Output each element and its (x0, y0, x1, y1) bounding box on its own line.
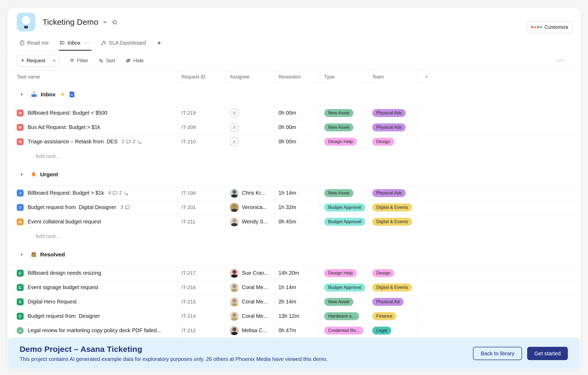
star-icon[interactable] (111, 19, 118, 26)
team-tag[interactable]: Legal (372, 327, 391, 335)
tab-inbox[interactable]: Inbox … (60, 35, 90, 50)
hide-button[interactable]: Hide (125, 58, 144, 64)
request-id-cell[interactable]: IT-209 (177, 120, 226, 134)
type-tag[interactable]: Budget Approval (324, 218, 365, 226)
resolution-cell[interactable]: 1h 32m (274, 200, 320, 214)
assignee-cell[interactable] (226, 135, 274, 149)
section-title-urgent[interactable]: Urgent (40, 171, 58, 178)
task-cell[interactable]: C Digital Hero Request (11, 295, 177, 309)
task-name[interactable]: Digital Hero Request (28, 299, 77, 305)
team-cell[interactable]: Finance (368, 309, 416, 323)
team-tag[interactable]: Digital & Events (372, 203, 412, 211)
task-cell[interactable]: C Event signage budget request (11, 280, 177, 294)
team-tag[interactable]: Digital & Events (372, 218, 412, 226)
assignee-cell[interactable]: Coral Me... (226, 280, 274, 294)
team-cell[interactable]: Design (368, 266, 416, 280)
column-header-assignee[interactable]: Assignee (226, 71, 274, 83)
tab-read-me[interactable]: Read me (19, 35, 49, 50)
sort-button[interactable]: Sort (98, 58, 115, 64)
request-id-cell[interactable]: IT-211 (177, 215, 226, 229)
request-id-cell[interactable]: IT-194 (177, 186, 226, 200)
team-tag[interactable]: Physical Ad (372, 298, 404, 306)
assignee-cell[interactable]: Wendy S... (226, 215, 274, 229)
request-id-cell[interactable]: IT-201 (177, 200, 226, 214)
team-tag[interactable]: Physical Ads (372, 109, 406, 117)
team-tag[interactable]: Design (372, 138, 394, 146)
type-cell[interactable]: Credential Re... (320, 323, 368, 338)
type-cell[interactable]: Design Help (320, 135, 368, 149)
team-cell[interactable]: Digital & Events (368, 215, 416, 229)
task-cell[interactable]: C Budget request from Designer (11, 309, 177, 323)
request-id-cell[interactable]: IT-214 (177, 309, 226, 323)
assignee-cell[interactable] (226, 106, 274, 120)
task-name[interactable]: Billboard Request: Budget < $500 (28, 110, 107, 116)
task-name[interactable]: Budget request from Designer (28, 313, 100, 319)
assignee-cell[interactable]: Coral Me... (226, 309, 274, 323)
request-dropdown-chevron-icon[interactable] (49, 59, 59, 62)
type-cell[interactable]: Budget Approval (320, 280, 368, 294)
resolution-cell[interactable]: 1h 14m (274, 186, 320, 200)
project-lightbulb-icon[interactable] (17, 13, 35, 31)
team-cell[interactable]: Physical Ads (368, 186, 416, 200)
task-cell[interactable]: I Budget request from Digital Designer 3 (11, 200, 177, 214)
column-header-request-id[interactable]: Request ID (177, 71, 226, 83)
task-name[interactable]: Billboard design needs resizing (28, 270, 101, 276)
assignee-cell[interactable]: Chris Kr... (226, 186, 274, 200)
section-title-resolved[interactable]: Resolved (40, 251, 65, 258)
team-cell[interactable]: Physical Ads (368, 120, 416, 134)
add-task-button[interactable]: Add task... (11, 149, 581, 163)
request-id-cell[interactable]: IT-212 (177, 323, 226, 338)
assignee-cell[interactable]: Melisa C... (226, 323, 274, 338)
completed-check-icon[interactable] (17, 327, 24, 334)
task-name[interactable]: Event collateral budget request (28, 219, 101, 225)
type-tag[interactable]: New Asset (324, 298, 353, 306)
task-name[interactable]: Event signage budget request (28, 284, 98, 290)
type-cell[interactable]: New Asset (320, 106, 368, 120)
type-tag[interactable]: Design Help (324, 269, 357, 277)
team-cell[interactable]: Digital & Events (368, 200, 416, 214)
request-id-cell[interactable]: IT-219 (177, 106, 226, 120)
tab-sla-dashboard[interactable]: SLA Dashboard (101, 35, 146, 50)
type-tag[interactable]: Budget Approval (324, 203, 365, 211)
column-header-team[interactable]: Team (368, 71, 416, 83)
type-tag[interactable]: New Asset (324, 123, 353, 131)
doc-icon[interactable] (69, 91, 75, 98)
task-cell[interactable]: N Billboard Request: Budget < $500 (11, 106, 177, 120)
task-name[interactable]: Triage assistance – Retask from DES (28, 139, 117, 145)
type-cell[interactable]: Budget Approval (320, 215, 368, 229)
assignee-cell[interactable]: Sue Cran... (226, 266, 274, 280)
task-name[interactable]: Bus Ad Request: Budget > $1k (28, 124, 100, 130)
request-id-cell[interactable]: IT-215 (177, 295, 226, 309)
task-cell[interactable]: A Event collateral budget request (11, 215, 177, 229)
request-id-cell[interactable]: IT-216 (177, 280, 226, 294)
type-tag[interactable]: Design Help (324, 138, 357, 146)
resolution-cell[interactable]: 13h 12m (274, 309, 320, 323)
collapse-triangle-icon[interactable]: ▼ (20, 253, 24, 257)
resolution-cell[interactable]: 1h 14m (274, 280, 320, 294)
team-tag[interactable]: Design (372, 269, 394, 277)
filter-button[interactable]: Filter (69, 58, 88, 64)
type-tag[interactable]: Hardware a... (324, 312, 359, 320)
task-cell[interactable]: I Billboard Request: Budget > $1k 4 2 (11, 186, 177, 200)
add-request-button[interactable]: + Request (17, 55, 59, 66)
resolution-cell[interactable]: 0h 00m (274, 120, 320, 134)
type-tag[interactable]: Credential Re... (324, 327, 363, 335)
resolution-cell[interactable]: 0h 00m (274, 106, 320, 120)
team-cell[interactable]: Digital & Events (368, 280, 416, 294)
type-tag[interactable]: Budget Approval (324, 284, 365, 291)
type-cell[interactable]: Hardware a... (320, 309, 368, 323)
task-cell[interactable]: C Billboard design needs resizing (11, 266, 177, 280)
resolution-cell[interactable]: 0h 47m (274, 323, 320, 338)
resolution-cell[interactable]: 0h 00m (274, 135, 320, 149)
task-cell[interactable]: Legal review for marketing copy policy d… (11, 323, 177, 338)
resolution-cell[interactable]: 2h 14m (274, 295, 320, 309)
task-name[interactable]: Billboard Request: Budget > $1k (28, 190, 104, 196)
get-started-button[interactable]: Get started (527, 347, 568, 360)
resolution-cell[interactable]: 0h 45m (274, 215, 320, 229)
assignee-cell[interactable]: Veronica... (226, 200, 274, 214)
column-header-type[interactable]: Type (320, 71, 368, 83)
type-cell[interactable]: Design Help (320, 266, 368, 280)
request-id-cell[interactable]: IT-210 (177, 135, 226, 149)
type-cell[interactable]: New Asset (320, 186, 368, 200)
team-tag[interactable]: Physical Ads (372, 189, 406, 197)
